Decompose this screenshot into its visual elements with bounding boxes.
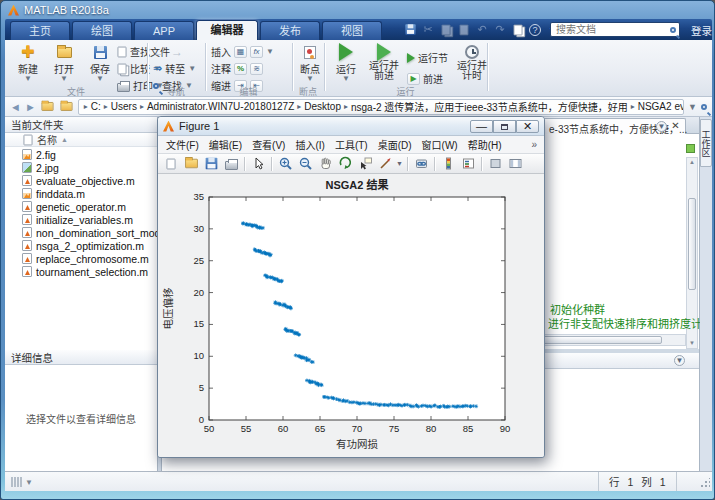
menu-file[interactable]: 文件(F) (161, 137, 204, 152)
tab-view[interactable]: 视图 (322, 21, 382, 40)
hide-plot-tools-icon[interactable] (486, 155, 504, 172)
menu-help[interactable]: 帮助(H) (463, 137, 507, 152)
up-folder-icon[interactable] (41, 102, 53, 111)
edit-cursor-icon[interactable] (249, 155, 267, 172)
breadcrumb[interactable]: ▸C: ▸Users ▸Administrator.WIN7U-20180127… (78, 99, 684, 115)
comment-percent-icon[interactable]: % (234, 63, 247, 75)
file-row[interactable]: initialize_variables.m (5, 213, 157, 226)
rotate-3d-icon[interactable] (336, 155, 354, 172)
menu-desktop[interactable]: 桌面(D) (373, 137, 417, 152)
copy-icon[interactable] (439, 23, 453, 36)
scroll-up-icon[interactable]: ▲ (688, 158, 696, 167)
file-row[interactable]: finddata.m (5, 187, 157, 200)
menu-overflow-icon[interactable]: » (531, 139, 541, 150)
wrap-comment-icon[interactable]: ≋ (250, 63, 263, 75)
browse-folder-icon[interactable] (60, 102, 72, 111)
open-file-icon[interactable] (182, 155, 200, 172)
nav-back-icon[interactable]: ◄ (10, 98, 21, 116)
brush-caret-icon[interactable]: ▼ (396, 160, 403, 167)
scrollbar-thumb[interactable] (688, 198, 696, 290)
file-row[interactable]: non_domination_sort_mod.m (5, 226, 157, 239)
paste-icon[interactable] (457, 23, 471, 36)
legend-icon[interactable] (459, 155, 477, 172)
file-row[interactable]: evaluate_objective.m (5, 174, 157, 187)
doc-search-input[interactable] (554, 23, 670, 36)
run-section-button[interactable]: 运行节 (407, 50, 448, 65)
switch-window-icon[interactable] (511, 23, 525, 36)
tab-plots[interactable]: 绘图 (72, 21, 132, 40)
tab-editor[interactable]: 编辑器 (196, 20, 258, 40)
scroll-down-icon[interactable]: ▼ (688, 339, 696, 348)
minimize-icon[interactable]: — (470, 120, 493, 133)
tab-apps[interactable]: APP (134, 21, 194, 40)
menu-window[interactable]: 窗口(W) (417, 137, 463, 152)
cut-icon[interactable]: ✂ (421, 23, 435, 36)
breadcrumb-segment[interactable]: Administrator.WIN7U-20180127Z (147, 101, 294, 112)
file-row[interactable]: genetic_operator.m (5, 200, 157, 213)
search-icon[interactable] (670, 27, 676, 33)
name-column-header[interactable]: 名称 ▲ (5, 133, 157, 147)
file-row[interactable]: tournament_selection.m (5, 265, 157, 278)
breadcrumb-segment[interactable]: Users (111, 101, 137, 112)
figure-canvas[interactable]: 50556065707580859005101520253035NSGA2 结果… (158, 174, 544, 457)
menu-tools[interactable]: 工具(T) (330, 137, 373, 152)
close-tab-icon[interactable]: ✕ (670, 121, 681, 132)
advance-button[interactable]: ▶前进 (407, 71, 443, 86)
breadcrumb-segment[interactable]: Desktop (304, 101, 341, 112)
run-button[interactable]: 运行▼ (329, 43, 363, 85)
details-panel-header[interactable]: 详细信息 (5, 350, 157, 365)
figure-window[interactable]: Figure 1 — ✕ 文件(F) 编辑(E) 查看(V) 插入(I) 工具(… (157, 116, 545, 458)
tab-home[interactable]: 主页 (10, 21, 70, 40)
redo-icon[interactable]: ↷ (493, 23, 507, 36)
figure-titlebar[interactable]: Figure 1 — ✕ (158, 117, 544, 136)
breadcrumb-segment[interactable]: C: (91, 101, 101, 112)
folder-search-icon[interactable] (701, 104, 707, 110)
show-plot-tools-icon[interactable] (506, 155, 524, 172)
breadcrumb-segment[interactable]: NSGA2 eva (638, 101, 684, 112)
breadcrumb-segment[interactable]: nsga-2 遗传算法，应用于ieee-33节点系统中，方便快捷，好用 (351, 99, 628, 114)
file-row[interactable]: replace_chromosome.m (5, 252, 157, 265)
run-advance-button[interactable]: 运行并前进 (365, 43, 403, 85)
menu-insert[interactable]: 插入(I) (290, 137, 329, 152)
nsga2-scatter-plot[interactable]: 50556065707580859005101520253035NSGA2 结果… (158, 174, 544, 457)
save-button[interactable]: 保存▼ (83, 43, 117, 85)
menu-edit[interactable]: 编辑(E) (204, 137, 247, 152)
doc-search-box[interactable] (550, 22, 680, 37)
data-cursor-icon[interactable] (356, 155, 374, 172)
link-plot-icon[interactable] (412, 155, 430, 172)
code-analyzer-indicator[interactable] (686, 144, 695, 153)
address-dropdown-caret[interactable]: ▼ (688, 102, 697, 112)
goto-button[interactable]: ⇒转至▼ (153, 61, 196, 76)
nav-arrows[interactable]: ← → (153, 44, 183, 59)
new-figure-icon[interactable] (162, 155, 180, 172)
signin-link[interactable]: 登录 (691, 23, 712, 38)
file-row[interactable]: nsga_2_optimization.m (5, 239, 157, 252)
panel-menu-icon[interactable]: ▼ (674, 355, 685, 366)
zoom-out-icon[interactable] (296, 155, 314, 172)
save-figure-icon[interactable] (202, 155, 220, 172)
current-folder-header[interactable]: 当前文件夹 (5, 117, 157, 133)
file-row[interactable]: 2.jpg (5, 161, 157, 174)
insert-button[interactable]: 插入 ▦ fx ▼ (211, 44, 274, 59)
close-icon[interactable]: ✕ (516, 120, 539, 133)
zoom-in-icon[interactable] (276, 155, 294, 172)
undo-icon[interactable]: ↶ (475, 23, 489, 36)
save-icon[interactable] (403, 23, 417, 36)
file-row[interactable]: 2.fig (5, 148, 157, 161)
statusbar-grip[interactable]: ▼ (11, 477, 33, 487)
back-icon[interactable]: ← (153, 45, 165, 59)
forward-icon[interactable]: → (171, 45, 183, 59)
comment-button[interactable]: 注释 % ≋ (211, 61, 263, 76)
insert-fx-icon[interactable]: fx (250, 46, 263, 58)
tab-publish[interactable]: 发布 (260, 21, 320, 40)
help-icon[interactable]: ? (529, 24, 541, 36)
nav-forward-icon[interactable]: ► (25, 98, 36, 116)
new-button[interactable]: ✚ 新建▼ (11, 43, 45, 85)
breakpoints-button[interactable]: 断点▼ (295, 43, 325, 85)
run-time-button[interactable]: 运行并计时 (453, 43, 491, 85)
colorbar-icon[interactable] (439, 155, 457, 172)
tab-menu-icon[interactable]: ▼ (656, 121, 667, 132)
insert-section-icon[interactable]: ▦ (234, 46, 247, 58)
print-figure-icon[interactable] (222, 155, 240, 172)
open-button[interactable]: 打开▼ (47, 43, 81, 85)
